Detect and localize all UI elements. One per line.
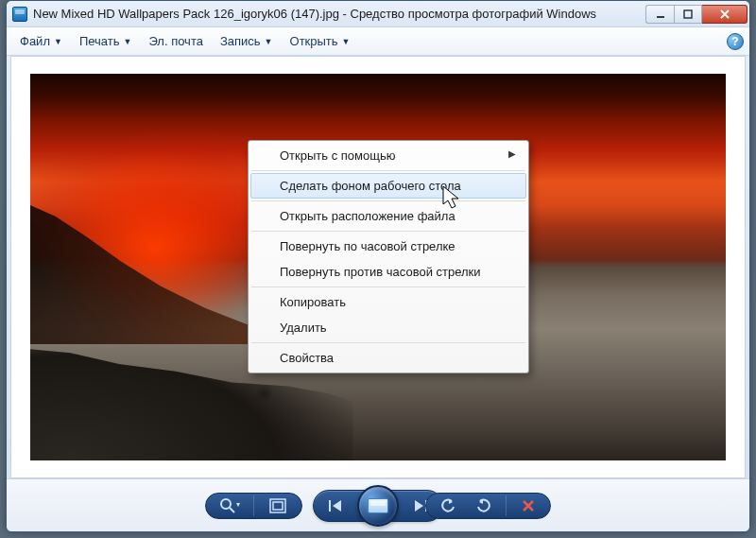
separator	[251, 231, 525, 232]
ctx-open-with[interactable]: Открыть с помощью	[250, 143, 526, 168]
slideshow-button[interactable]	[357, 485, 399, 527]
toolbar: ▾	[7, 478, 749, 531]
zoom-button[interactable]: ▾	[215, 494, 244, 518]
ctx-open-with-label: Открыть с помощью	[280, 148, 395, 163]
photo-viewer-window: New Mixed HD Wallpapers Pack 126_igoryk0…	[6, 0, 750, 532]
rotate-cw-button[interactable]	[470, 494, 498, 518]
svg-rect-0	[657, 16, 664, 18]
menu-email-label: Эл. почта	[148, 34, 203, 48]
ctx-set-wallpaper[interactable]: Сделать фоном рабочего стола	[250, 173, 526, 199]
rotate-ccw-button[interactable]	[434, 494, 462, 518]
svg-point-2	[221, 499, 231, 509]
menu-print[interactable]: Печать▼	[72, 30, 140, 52]
edit-controls	[425, 493, 551, 519]
menu-record-label: Запись	[220, 34, 261, 48]
separator	[253, 495, 254, 516]
separator	[251, 286, 525, 287]
slideshow-icon	[368, 498, 388, 513]
close-button[interactable]	[702, 5, 747, 24]
maximize-button[interactable]	[674, 5, 702, 24]
ctx-open-location[interactable]: Открыть расположение файла	[250, 203, 526, 229]
svg-rect-5	[273, 502, 283, 510]
titlebar[interactable]: New Mixed HD Wallpapers Pack 126_igoryk0…	[7, 1, 749, 27]
help-icon: ?	[731, 35, 738, 48]
zoom-controls: ▾	[205, 493, 302, 519]
ctx-open-location-label: Открыть расположение файла	[280, 209, 455, 223]
ctx-copy[interactable]: Копировать	[250, 289, 526, 315]
menu-print-label: Печать	[79, 34, 120, 48]
ctx-rotate-cw[interactable]: Повернуть по часовой стрелке	[250, 234, 526, 259]
window-title: New Mixed HD Wallpapers Pack 126_igoryk0…	[33, 7, 645, 21]
chevron-down-icon: ▼	[265, 37, 273, 46]
chevron-down-icon: ▼	[54, 37, 62, 46]
help-button[interactable]: ?	[727, 33, 744, 50]
svg-line-3	[230, 508, 234, 512]
separator	[506, 495, 507, 516]
svg-rect-1	[684, 10, 692, 18]
context-menu: Открыть с помощью Сделать фоном рабочего…	[248, 140, 529, 373]
ctx-properties[interactable]: Свойства	[250, 345, 526, 371]
delete-button[interactable]	[514, 494, 542, 518]
menu-record[interactable]: Запись▼	[213, 30, 281, 52]
menu-email[interactable]: Эл. почта	[141, 30, 211, 52]
menu-file[interactable]: Файл▼	[12, 30, 70, 52]
ctx-rotate-cw-label: Повернуть по часовой стрелке	[280, 239, 455, 253]
navigation-controls	[313, 490, 443, 522]
ctx-delete[interactable]: Удалить	[250, 315, 526, 340]
previous-button[interactable]	[321, 494, 350, 518]
image-viewport[interactable]: Открыть с помощью Сделать фоном рабочего…	[10, 56, 746, 478]
menu-open[interactable]: Открыть▼	[283, 30, 358, 52]
image-content	[30, 205, 281, 344]
fit-window-button[interactable]	[264, 494, 292, 518]
chevron-down-icon: ▼	[342, 37, 351, 46]
app-icon	[12, 7, 27, 22]
chevron-down-icon: ▾	[236, 500, 240, 509]
ctx-copy-label: Копировать	[280, 295, 346, 309]
menu-file-label: Файл	[20, 34, 50, 48]
menu-open-label: Открыть	[290, 34, 338, 48]
ctx-delete-label: Удалить	[280, 321, 327, 335]
ctx-set-wallpaper-label: Сделать фоном рабочего стола	[280, 179, 461, 193]
separator	[251, 170, 525, 171]
ctx-rotate-ccw[interactable]: Повернуть против часовой стрелки	[250, 259, 526, 285]
window-controls	[645, 5, 747, 24]
ctx-properties-label: Свойства	[280, 351, 334, 365]
svg-rect-6	[329, 500, 331, 512]
ctx-rotate-ccw-label: Повернуть против часовой стрелки	[280, 265, 481, 279]
chevron-down-icon: ▼	[123, 37, 131, 46]
menubar: Файл▼ Печать▼ Эл. почта Запись▼ Открыть▼…	[7, 27, 749, 56]
separator	[251, 342, 525, 343]
minimize-button[interactable]	[645, 5, 674, 24]
separator	[251, 200, 525, 201]
